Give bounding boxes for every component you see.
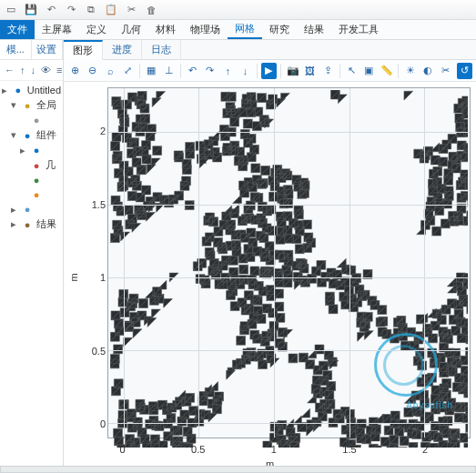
menu-home[interactable]: 主屏幕 — [35, 20, 79, 39]
grid-icon[interactable]: ▦ — [144, 63, 159, 79]
menu-materials[interactable]: 材料 — [148, 20, 183, 39]
rot-r-icon[interactable]: ↷ — [202, 63, 218, 79]
tree-toolbar: ← ↑ ↓ 👁 ≡ — [0, 60, 63, 81]
xtick: 0.5 — [191, 444, 205, 455]
axes-icon[interactable]: ⊥ — [161, 63, 177, 79]
tree-row[interactable]: ▸● — [0, 202, 63, 216]
tab-settings[interactable]: 设置 — [32, 40, 64, 59]
copy-icon[interactable]: ⧉ — [84, 3, 98, 17]
select-icon[interactable]: ↖ — [344, 63, 360, 79]
paste-icon[interactable]: 📋 — [104, 3, 118, 17]
ytick: 1.5 — [89, 199, 106, 210]
watermark-text: Abyssfish — [406, 400, 453, 410]
save-icon[interactable]: 💾 — [24, 3, 38, 17]
menu-file[interactable]: 文件 — [0, 20, 35, 39]
zoom-out-icon[interactable]: ⊖ — [85, 63, 100, 79]
menu-definitions[interactable]: 定义 — [79, 20, 114, 39]
camera-icon[interactable]: 📷 — [285, 63, 300, 79]
tree-row[interactable]: ▸● — [0, 143, 63, 157]
tree-row[interactable]: ● — [0, 113, 63, 127]
xtick: 1 — [271, 444, 277, 455]
nav-left-icon[interactable]: ← — [4, 63, 15, 77]
zoom-fit-icon[interactable]: ⤢ — [120, 63, 136, 79]
tree-row[interactable]: ● — [0, 173, 63, 187]
graphics-toolbar: ⊕ ⊖ ⌕ ⤢ ▦ ⊥ ↶ ↷ ↑ ↓ ▶ 📷 🖼 ⇪ ↖ ▣ 📏 ☀ ◐ ✂ — [64, 60, 476, 82]
tree-row[interactable]: ▾●全局 — [0, 97, 63, 113]
eye-icon[interactable]: 👁 — [40, 63, 52, 77]
nav-down-icon[interactable]: ↓ — [30, 63, 37, 77]
undo-icon[interactable]: ↶ — [44, 3, 58, 17]
ytick: 1 — [89, 272, 106, 283]
tree-row[interactable]: ▾●组件 — [0, 127, 63, 143]
mesh-plot — [110, 90, 468, 448]
tree-row[interactable]: ● — [0, 187, 63, 202]
menu-physics[interactable]: 物理场 — [183, 20, 228, 39]
menu-study[interactable]: 研究 — [262, 20, 297, 39]
ylabel: m — [68, 273, 79, 281]
ytick: 0.5 — [89, 346, 106, 357]
model-tree-panel: 模... 设置 ← ↑ ↓ 👁 ≡ ▸●Untitled▾●全局●▾●组件▸●●… — [0, 40, 64, 473]
cut-icon[interactable]: ✂ — [124, 3, 138, 17]
tab-model[interactable]: 模... — [0, 40, 32, 59]
tree-row[interactable]: ▸●结果 — [0, 216, 63, 232]
collapse-icon[interactable]: ≡ — [56, 63, 63, 77]
tree-row[interactable]: ●几 — [0, 157, 63, 173]
delete-icon[interactable]: 🗑 — [144, 3, 158, 17]
view-reset-icon[interactable]: ▶ — [261, 63, 277, 79]
nav-up-icon[interactable]: ↑ — [19, 63, 26, 77]
xtick: 2 — [422, 444, 428, 455]
menu-mesh[interactable]: 网格 — [228, 20, 262, 39]
plot-axes: Abyssfish — [107, 87, 471, 438]
xtick: 0 — [120, 444, 126, 455]
tree-row[interactable]: ▸●Untitled — [0, 83, 63, 97]
plot-area[interactable]: Abyssfish m m 00.511.5200.511.52 — [64, 82, 476, 473]
tab-progress[interactable]: 进度 — [103, 40, 142, 59]
tab-graphics[interactable]: 图形 — [64, 40, 103, 60]
rot-d-icon[interactable]: ↓ — [238, 63, 253, 79]
clip-icon[interactable]: ✂ — [438, 63, 453, 79]
zoom-sel-icon[interactable]: ⌕ — [102, 63, 117, 79]
menu-bar: 文件 主屏幕 定义 几何 材料 物理场 网格 研究 结果 开发工具 — [0, 20, 476, 40]
reset-button[interactable]: ↺ — [457, 63, 472, 79]
menu-results[interactable]: 结果 — [297, 20, 331, 39]
redo-icon[interactable]: ↷ — [64, 3, 78, 17]
menu-geometry[interactable]: 几何 — [114, 20, 148, 39]
light-icon[interactable]: ☀ — [402, 63, 418, 79]
select-box-icon[interactable]: ▣ — [361, 63, 377, 79]
hscrollbar[interactable] — [0, 466, 476, 473]
image-icon[interactable]: 🖼 — [302, 63, 318, 79]
rot-u-icon[interactable]: ↑ — [220, 63, 236, 79]
title-toolbar: ▭ 💾 ↶ ↷ ⧉ 📋 ✂ 🗑 — [0, 0, 476, 20]
ytick: 2 — [89, 126, 106, 136]
graphics-panel: 图形 进度 日志 ⊕ ⊖ ⌕ ⤢ ▦ ⊥ ↶ ↷ ↑ ↓ ▶ 📷 🖼 ⇪ ↖ ▣ — [64, 40, 476, 473]
menu-devtools[interactable]: 开发工具 — [331, 20, 386, 39]
xtick: 1.5 — [342, 444, 356, 455]
export-icon[interactable]: ⇪ — [319, 63, 335, 79]
measure-icon[interactable]: 📏 — [379, 63, 394, 79]
zoom-in-icon[interactable]: ⊕ — [67, 63, 83, 79]
model-tree[interactable]: ▸●Untitled▾●全局●▾●组件▸●●几●●▸●▸●结果 — [0, 81, 63, 473]
ytick: 0 — [89, 418, 106, 429]
file-icon[interactable]: ▭ — [4, 3, 18, 17]
rot-l-icon[interactable]: ↶ — [185, 63, 200, 79]
tab-log[interactable]: 日志 — [142, 40, 181, 59]
render-icon[interactable]: ◐ — [420, 63, 435, 79]
